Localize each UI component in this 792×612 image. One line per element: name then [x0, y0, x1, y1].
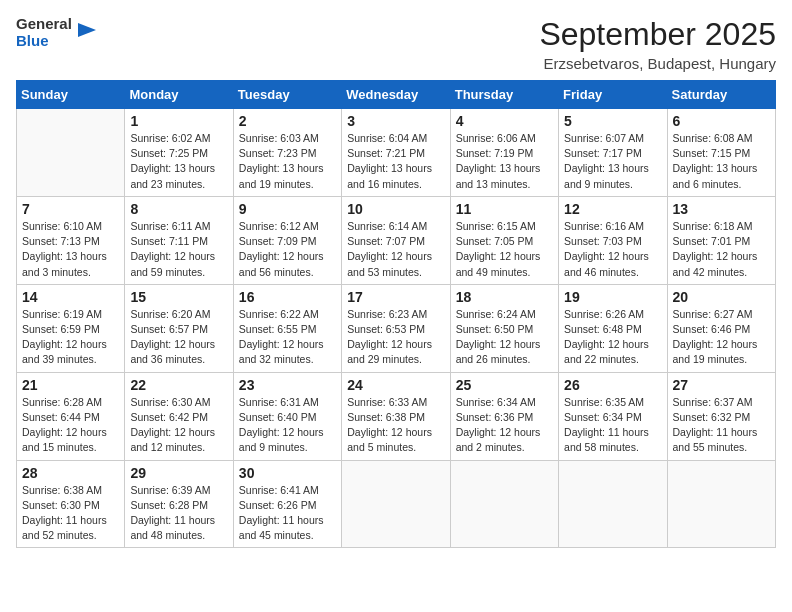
day-number: 13 — [673, 201, 770, 217]
day-number: 22 — [130, 377, 227, 393]
calendar-table: SundayMondayTuesdayWednesdayThursdayFrid… — [16, 80, 776, 548]
calendar-week-row: 1Sunrise: 6:02 AMSunset: 7:25 PMDaylight… — [17, 109, 776, 197]
calendar-cell: 5Sunrise: 6:07 AMSunset: 7:17 PMDaylight… — [559, 109, 667, 197]
cell-info: Sunrise: 6:19 AMSunset: 6:59 PMDaylight:… — [22, 307, 119, 368]
day-number: 8 — [130, 201, 227, 217]
calendar-cell — [342, 460, 450, 548]
day-number: 18 — [456, 289, 553, 305]
day-number: 19 — [564, 289, 661, 305]
cell-info: Sunrise: 6:07 AMSunset: 7:17 PMDaylight:… — [564, 131, 661, 192]
cell-info: Sunrise: 6:38 AMSunset: 6:30 PMDaylight:… — [22, 483, 119, 544]
day-number: 24 — [347, 377, 444, 393]
day-number: 27 — [673, 377, 770, 393]
calendar-cell: 17Sunrise: 6:23 AMSunset: 6:53 PMDayligh… — [342, 284, 450, 372]
calendar-cell: 21Sunrise: 6:28 AMSunset: 6:44 PMDayligh… — [17, 372, 125, 460]
cell-info: Sunrise: 6:37 AMSunset: 6:32 PMDaylight:… — [673, 395, 770, 456]
day-number: 6 — [673, 113, 770, 129]
calendar-week-row: 7Sunrise: 6:10 AMSunset: 7:13 PMDaylight… — [17, 196, 776, 284]
day-number: 17 — [347, 289, 444, 305]
day-number: 20 — [673, 289, 770, 305]
day-number: 7 — [22, 201, 119, 217]
cell-info: Sunrise: 6:24 AMSunset: 6:50 PMDaylight:… — [456, 307, 553, 368]
weekday-header: Monday — [125, 81, 233, 109]
weekday-header: Thursday — [450, 81, 558, 109]
calendar-cell: 25Sunrise: 6:34 AMSunset: 6:36 PMDayligh… — [450, 372, 558, 460]
calendar-cell: 8Sunrise: 6:11 AMSunset: 7:11 PMDaylight… — [125, 196, 233, 284]
day-number: 29 — [130, 465, 227, 481]
location: Erzsebetvaros, Budapest, Hungary — [539, 55, 776, 72]
calendar-cell: 4Sunrise: 6:06 AMSunset: 7:19 PMDaylight… — [450, 109, 558, 197]
day-number: 1 — [130, 113, 227, 129]
calendar-cell: 10Sunrise: 6:14 AMSunset: 7:07 PMDayligh… — [342, 196, 450, 284]
logo: General Blue — [16, 16, 98, 49]
day-number: 21 — [22, 377, 119, 393]
calendar-week-row: 21Sunrise: 6:28 AMSunset: 6:44 PMDayligh… — [17, 372, 776, 460]
cell-info: Sunrise: 6:35 AMSunset: 6:34 PMDaylight:… — [564, 395, 661, 456]
calendar-cell: 14Sunrise: 6:19 AMSunset: 6:59 PMDayligh… — [17, 284, 125, 372]
cell-info: Sunrise: 6:26 AMSunset: 6:48 PMDaylight:… — [564, 307, 661, 368]
calendar-cell: 13Sunrise: 6:18 AMSunset: 7:01 PMDayligh… — [667, 196, 775, 284]
cell-info: Sunrise: 6:33 AMSunset: 6:38 PMDaylight:… — [347, 395, 444, 456]
weekday-header: Sunday — [17, 81, 125, 109]
cell-info: Sunrise: 6:11 AMSunset: 7:11 PMDaylight:… — [130, 219, 227, 280]
calendar-cell: 11Sunrise: 6:15 AMSunset: 7:05 PMDayligh… — [450, 196, 558, 284]
logo-blue: Blue — [16, 33, 72, 50]
calendar-cell: 26Sunrise: 6:35 AMSunset: 6:34 PMDayligh… — [559, 372, 667, 460]
day-number: 9 — [239, 201, 336, 217]
cell-info: Sunrise: 6:04 AMSunset: 7:21 PMDaylight:… — [347, 131, 444, 192]
cell-info: Sunrise: 6:12 AMSunset: 7:09 PMDaylight:… — [239, 219, 336, 280]
calendar-cell: 28Sunrise: 6:38 AMSunset: 6:30 PMDayligh… — [17, 460, 125, 548]
day-number: 5 — [564, 113, 661, 129]
calendar-cell: 9Sunrise: 6:12 AMSunset: 7:09 PMDaylight… — [233, 196, 341, 284]
cell-info: Sunrise: 6:28 AMSunset: 6:44 PMDaylight:… — [22, 395, 119, 456]
day-number: 26 — [564, 377, 661, 393]
calendar-week-row: 28Sunrise: 6:38 AMSunset: 6:30 PMDayligh… — [17, 460, 776, 548]
calendar-cell: 18Sunrise: 6:24 AMSunset: 6:50 PMDayligh… — [450, 284, 558, 372]
calendar-cell: 30Sunrise: 6:41 AMSunset: 6:26 PMDayligh… — [233, 460, 341, 548]
cell-info: Sunrise: 6:41 AMSunset: 6:26 PMDaylight:… — [239, 483, 336, 544]
cell-info: Sunrise: 6:03 AMSunset: 7:23 PMDaylight:… — [239, 131, 336, 192]
weekday-header: Tuesday — [233, 81, 341, 109]
day-number: 14 — [22, 289, 119, 305]
weekday-header: Wednesday — [342, 81, 450, 109]
cell-info: Sunrise: 6:31 AMSunset: 6:40 PMDaylight:… — [239, 395, 336, 456]
page-header: General Blue September 2025 Erzsebetvaro… — [16, 16, 776, 72]
day-number: 15 — [130, 289, 227, 305]
cell-info: Sunrise: 6:22 AMSunset: 6:55 PMDaylight:… — [239, 307, 336, 368]
calendar-cell: 16Sunrise: 6:22 AMSunset: 6:55 PMDayligh… — [233, 284, 341, 372]
cell-info: Sunrise: 6:34 AMSunset: 6:36 PMDaylight:… — [456, 395, 553, 456]
weekday-header: Friday — [559, 81, 667, 109]
calendar-cell: 1Sunrise: 6:02 AMSunset: 7:25 PMDaylight… — [125, 109, 233, 197]
cell-info: Sunrise: 6:02 AMSunset: 7:25 PMDaylight:… — [130, 131, 227, 192]
calendar-cell: 23Sunrise: 6:31 AMSunset: 6:40 PMDayligh… — [233, 372, 341, 460]
cell-info: Sunrise: 6:39 AMSunset: 6:28 PMDaylight:… — [130, 483, 227, 544]
calendar-cell — [667, 460, 775, 548]
svg-marker-0 — [78, 23, 96, 37]
day-number: 12 — [564, 201, 661, 217]
calendar-week-row: 14Sunrise: 6:19 AMSunset: 6:59 PMDayligh… — [17, 284, 776, 372]
cell-info: Sunrise: 6:06 AMSunset: 7:19 PMDaylight:… — [456, 131, 553, 192]
cell-info: Sunrise: 6:08 AMSunset: 7:15 PMDaylight:… — [673, 131, 770, 192]
calendar-cell — [559, 460, 667, 548]
day-number: 3 — [347, 113, 444, 129]
logo-general: General — [16, 16, 72, 33]
calendar-cell: 15Sunrise: 6:20 AMSunset: 6:57 PMDayligh… — [125, 284, 233, 372]
calendar-cell: 20Sunrise: 6:27 AMSunset: 6:46 PMDayligh… — [667, 284, 775, 372]
weekday-header-row: SundayMondayTuesdayWednesdayThursdayFrid… — [17, 81, 776, 109]
calendar-cell: 29Sunrise: 6:39 AMSunset: 6:28 PMDayligh… — [125, 460, 233, 548]
day-number: 2 — [239, 113, 336, 129]
month-title: September 2025 — [539, 16, 776, 53]
cell-info: Sunrise: 6:14 AMSunset: 7:07 PMDaylight:… — [347, 219, 444, 280]
cell-info: Sunrise: 6:23 AMSunset: 6:53 PMDaylight:… — [347, 307, 444, 368]
title-block: September 2025 Erzsebetvaros, Budapest, … — [539, 16, 776, 72]
day-number: 28 — [22, 465, 119, 481]
logo-text: General Blue — [16, 16, 72, 49]
cell-info: Sunrise: 6:20 AMSunset: 6:57 PMDaylight:… — [130, 307, 227, 368]
cell-info: Sunrise: 6:10 AMSunset: 7:13 PMDaylight:… — [22, 219, 119, 280]
day-number: 30 — [239, 465, 336, 481]
cell-info: Sunrise: 6:18 AMSunset: 7:01 PMDaylight:… — [673, 219, 770, 280]
calendar-cell: 22Sunrise: 6:30 AMSunset: 6:42 PMDayligh… — [125, 372, 233, 460]
calendar-cell: 24Sunrise: 6:33 AMSunset: 6:38 PMDayligh… — [342, 372, 450, 460]
day-number: 10 — [347, 201, 444, 217]
calendar-cell — [17, 109, 125, 197]
